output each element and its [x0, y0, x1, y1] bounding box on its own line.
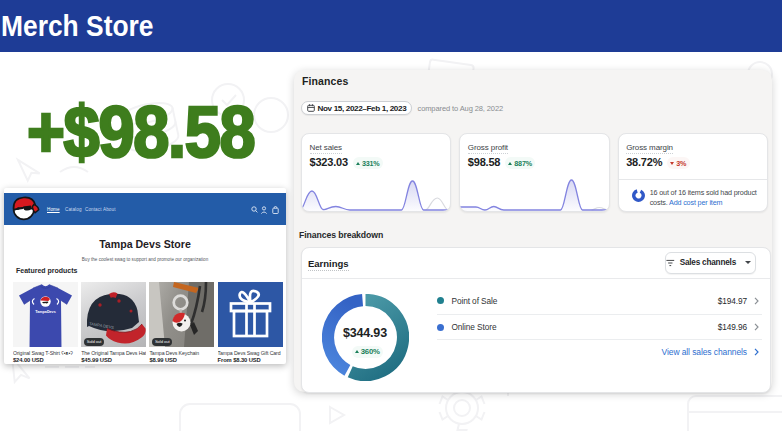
svg-text:TampaDevs: TampaDevs — [35, 310, 55, 314]
